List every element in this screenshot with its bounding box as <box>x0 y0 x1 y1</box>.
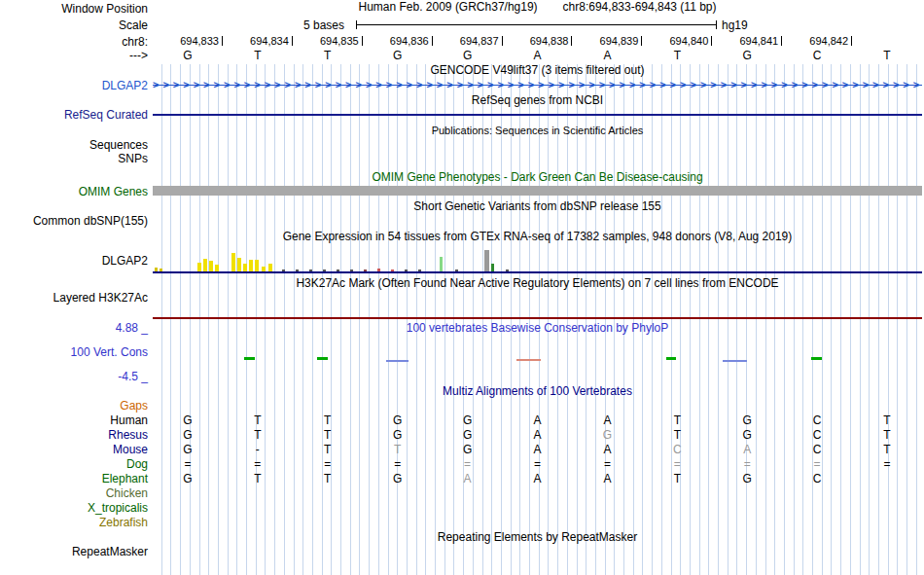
label-species-elephant[interactable]: Elephant <box>0 472 148 485</box>
alignment-base: T <box>293 443 363 456</box>
alignment-base: G <box>433 428 503 442</box>
alignment-base: T <box>223 472 293 485</box>
genome-browser: Window Position Scale chr8: ---> DLGAP2 … <box>0 0 924 575</box>
label-species-x_tropicalis[interactable]: X_tropicalis <box>0 501 148 515</box>
alignment-base: A <box>572 472 642 485</box>
alignment-base: C <box>782 428 852 442</box>
alignment-base: = <box>503 457 573 471</box>
alignment-base: = <box>433 457 503 471</box>
alignment-base: G <box>153 413 223 427</box>
alignment-base: = <box>293 457 363 471</box>
alignment-base: C <box>642 443 712 456</box>
alignment-base: G <box>712 413 782 427</box>
alignment-base: A <box>433 472 503 485</box>
label-species-mouse[interactable]: Mouse <box>0 443 148 456</box>
alignment-base: G <box>572 428 642 442</box>
alignment-base: G <box>363 428 433 442</box>
alignment-base: T <box>223 428 293 442</box>
alignment-base: G <box>363 413 433 427</box>
alignment-base: G <box>153 472 223 485</box>
label-species-chicken[interactable]: Chicken <box>0 486 148 500</box>
alignment-base: T <box>852 413 922 427</box>
alignment-base: T <box>852 443 922 456</box>
alignment-base: A <box>712 443 782 456</box>
alignment-base: G <box>433 443 503 456</box>
alignment-base: T <box>293 413 363 427</box>
alignment-base: T <box>223 413 293 427</box>
alignment-base: C <box>782 443 852 456</box>
alignment-base: G <box>433 413 503 427</box>
alignment-base: T <box>642 472 712 485</box>
alignment-base: = <box>363 457 433 471</box>
alignment-base: T <box>852 428 922 442</box>
alignment-base: A <box>503 413 573 427</box>
alignment-base: = <box>642 457 712 471</box>
alignment-base: G <box>153 443 223 456</box>
label-species-rhesus[interactable]: Rhesus <box>0 428 148 442</box>
alignment-base: = <box>852 457 922 471</box>
alignment-base: C <box>782 413 852 427</box>
alignment-base: G <box>712 428 782 442</box>
alignment-base: = <box>712 457 782 471</box>
alignment-base: A <box>503 443 573 456</box>
label-species-dog[interactable]: Dog <box>0 457 148 471</box>
multiz-alignment-track[interactable]: HumanGTTGGAATGCTRhesusGTTGGAGTGCTMouseG-… <box>0 0 924 575</box>
alignment-base: T <box>642 413 712 427</box>
alignment-base: G <box>712 472 782 485</box>
alignment-base: = <box>572 457 642 471</box>
alignment-base: T <box>642 428 712 442</box>
alignment-base: G <box>153 428 223 442</box>
alignment-base: C <box>782 472 852 485</box>
alignment-base: = <box>223 457 293 471</box>
alignment-base: A <box>503 428 573 442</box>
alignment-base: A <box>503 472 573 485</box>
alignment-base: - <box>223 443 293 456</box>
alignment-base: A <box>572 413 642 427</box>
alignment-base: A <box>572 443 642 456</box>
label-species-human[interactable]: Human <box>0 413 148 427</box>
alignment-base: T <box>293 428 363 442</box>
alignment-base: T <box>363 443 433 456</box>
label-species-zebrafish[interactable]: Zebrafish <box>0 516 148 529</box>
alignment-base: G <box>363 472 433 485</box>
alignment-base: = <box>153 457 223 471</box>
alignment-base: = <box>782 457 852 471</box>
alignment-base: T <box>293 472 363 485</box>
